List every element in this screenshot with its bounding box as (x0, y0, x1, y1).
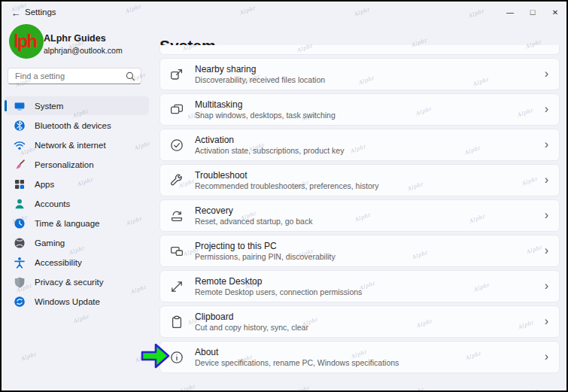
privacy-security-icon (14, 276, 26, 288)
avatar-text: lph (14, 31, 36, 52)
sidebar-item-network-internet[interactable]: Network & internet (5, 135, 149, 154)
sidebar-item-label: Windows Update (35, 297, 100, 306)
chevron-right-icon: › (545, 102, 548, 116)
card-recovery[interactable]: Recovery Reset, advanced startup, go bac… (159, 199, 560, 232)
card-subtitle: Snap windows, desktops, task switching (195, 111, 336, 120)
profile-name: ALphr Guides (44, 33, 149, 44)
card-clipboard[interactable]: Clipboard Cut and copy history, sync, cl… (159, 305, 560, 338)
accounts-icon (14, 198, 26, 210)
maximize-button[interactable]: □ (521, 2, 544, 23)
maximize-icon: □ (530, 8, 536, 17)
sidebar-item-label: Personalization (35, 160, 94, 169)
sidebar-item-label: Privacy & security (35, 278, 103, 287)
projecting-icon (169, 244, 184, 259)
avatar: lph (9, 24, 44, 59)
card-subtitle: Remote Desktop users, connection permiss… (195, 287, 362, 297)
sidebar-item-bluetooth-devices[interactable]: Bluetooth & devices (5, 116, 149, 135)
apps-icon (14, 178, 26, 190)
sidebar-item-windows-update[interactable]: Windows Update (5, 292, 149, 311)
sidebar-item-label: Bluetooth & devices (35, 121, 111, 130)
minimize-icon: — (506, 8, 514, 17)
back-button[interactable]: ← (8, 5, 24, 21)
window-title: Settings (25, 8, 56, 17)
multitasking-icon (169, 102, 184, 117)
card-about[interactable]: About Device specifications, rename PC, … (159, 341, 560, 373)
card-subtitle: Device specifications, rename PC, Window… (195, 358, 399, 368)
card-subtitle: Cut and copy history, sync, clear (195, 323, 308, 333)
card-title: Nearby sharing (195, 64, 325, 74)
sidebar-item-label: System (35, 102, 63, 111)
gaming-icon (14, 237, 26, 249)
card-title: Activation (195, 135, 344, 145)
chevron-right-icon: › (545, 67, 548, 81)
watermark-text: Alphr (178, 383, 196, 392)
watermark-text: Alphr (407, 386, 425, 392)
card-projecting-to-this-pc[interactable]: Projecting to this PC Permissions, pairi… (159, 235, 560, 267)
sidebar-item-accounts[interactable]: Accounts (5, 194, 149, 213)
card-multitasking[interactable]: Multitasking Snap windows, desktops, tas… (159, 93, 560, 126)
card-subtitle: Reset, advanced startup, go back (195, 217, 312, 226)
card-subtitle: Activation state, subscriptions, product… (195, 146, 344, 156)
chevron-right-icon: › (545, 208, 548, 222)
accessibility-icon (14, 257, 26, 269)
watermark-text: Alphr (72, 313, 90, 324)
sidebar-item-gaming[interactable]: Gaming (5, 233, 149, 252)
system-icon (14, 100, 26, 112)
close-button[interactable]: ✕ (544, 2, 566, 23)
settings-card-list: Nearby sharing Discoverability, received… (159, 45, 560, 376)
back-icon: ← (11, 8, 21, 19)
card-remote-desktop[interactable]: Remote Desktop Remote Desktop users, con… (159, 270, 560, 302)
minimize-button[interactable]: — (499, 2, 521, 23)
watermark-text: Alphr (20, 351, 38, 362)
clipboard-icon (169, 315, 184, 330)
network-icon (14, 139, 26, 151)
sidebar-item-system[interactable]: System (5, 96, 149, 115)
personalization-icon (14, 159, 26, 171)
sidebar-nav: System Bluetooth & devices Network & int… (5, 96, 149, 311)
titlebar: ← Settings — □ ✕ (2, 2, 566, 24)
windows-update-icon (14, 296, 26, 308)
card-title: About (195, 347, 399, 357)
card-title: Remote Desktop (195, 276, 362, 287)
chevron-right-icon: › (545, 173, 548, 187)
card-subtitle: Discoverability, received files location (195, 75, 325, 85)
search-box[interactable] (8, 68, 141, 84)
window-controls: — □ ✕ (499, 2, 566, 23)
recovery-icon (169, 208, 184, 223)
sidebar-item-label: Time & language (35, 219, 100, 228)
sidebar-item-label: Accessibility (35, 258, 82, 267)
chevron-right-icon: › (545, 315, 548, 328)
remote-desktop-icon (169, 279, 184, 294)
card-title: Projecting to this PC (195, 241, 336, 251)
sidebar-item-privacy-security[interactable]: Privacy & security (5, 272, 149, 291)
selection-accent-bar (5, 100, 7, 111)
search-input[interactable] (8, 68, 128, 84)
nearby-sharing-icon (169, 67, 184, 82)
sidebar-item-label: Gaming (35, 239, 65, 248)
about-icon (169, 350, 184, 365)
sidebar-item-time-language[interactable]: Time & language (5, 214, 149, 232)
watermark-text: Alphr (521, 387, 539, 392)
profile-email: alphrjan@outlook.com (44, 46, 149, 55)
watermark-text: Alphr (77, 388, 95, 392)
card-troubleshoot[interactable]: Troubleshoot Recommended troubleshooters… (159, 164, 560, 196)
card-title: Recovery (195, 205, 312, 216)
chevron-right-icon: › (545, 279, 548, 293)
scrolled-card-remnant (159, 45, 560, 55)
sidebar-item-label: Accounts (35, 199, 70, 208)
card-nearby-sharing[interactable]: Nearby sharing Discoverability, received… (159, 58, 560, 90)
card-activation[interactable]: Activation Activation state, subscriptio… (159, 129, 560, 161)
sidebar-item-label: Apps (35, 180, 54, 189)
search-icon (126, 71, 135, 81)
chevron-right-icon: › (545, 244, 548, 257)
chevron-right-icon: › (545, 350, 548, 363)
sidebar-item-apps[interactable]: Apps (5, 175, 149, 193)
sidebar-item-personalization[interactable]: Personalization (5, 155, 149, 174)
watermark-text: Alphr (293, 384, 311, 392)
troubleshoot-icon (169, 173, 184, 188)
sidebar-item-accessibility[interactable]: Accessibility (5, 253, 149, 272)
card-subtitle: Permissions, pairing PIN, discoverabilit… (195, 252, 336, 262)
time-language-icon (14, 217, 26, 229)
card-subtitle: Recommended troubleshooters, preferences… (195, 181, 379, 191)
close-icon: ✕ (552, 8, 558, 17)
